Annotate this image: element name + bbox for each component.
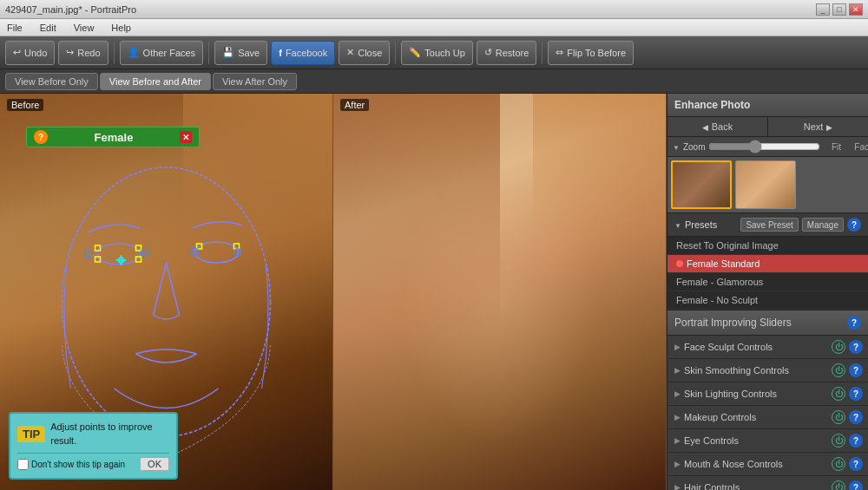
undo-label: Undo	[24, 48, 47, 58]
slider-skin-lighting[interactable]: Skin Lighting Controls ⏻ ?	[667, 382, 868, 406]
presets-actions: Save Preset Manage ?	[740, 218, 861, 232]
slider-arrow-face-sculpt	[674, 343, 681, 351]
help-skin-lighting[interactable]: ?	[849, 387, 863, 401]
facebook-label: Facebook	[286, 48, 327, 58]
before-photo: ? Female ✕	[0, 94, 332, 490]
slider-label-skin-smoothing: Skin Smoothing Controls	[684, 365, 832, 376]
undo-icon: ↩	[13, 47, 21, 58]
right-panel: Enhance Photo Back Next Zoom Fit Face 1:…	[667, 94, 868, 490]
preset-item-reset[interactable]: Reset To Original Image	[667, 237, 868, 255]
other-faces-button[interactable]: 👤 Other Faces	[120, 41, 204, 65]
power-makeup[interactable]: ⏻	[832, 410, 845, 424]
redo-icon: ↪	[66, 47, 74, 58]
help-hair[interactable]: ?	[849, 480, 863, 490]
menu-help[interactable]: Help	[108, 23, 135, 33]
help-face-sculpt[interactable]: ?	[849, 340, 863, 354]
back-label: Back	[712, 121, 733, 132]
sliders-title: Portrait Improving Sliders	[674, 317, 792, 329]
main-content: Before ? Female ✕	[0, 94, 868, 490]
next-button[interactable]: Next	[768, 117, 868, 136]
toolbar-sep-1	[114, 42, 115, 64]
thumbnail-before[interactable]	[671, 160, 732, 209]
slider-hair[interactable]: Hair Controls ⏻ ?	[667, 476, 868, 490]
power-skin-smoothing[interactable]: ⏻	[832, 363, 845, 377]
power-skin-lighting[interactable]: ⏻	[832, 387, 845, 401]
view-before-only-button[interactable]: View Before Only	[5, 73, 98, 90]
image-area: Before ? Female ✕	[0, 94, 667, 490]
tip-ok-button[interactable]: OK	[140, 457, 169, 471]
enhance-photo-header: Enhance Photo	[667, 94, 868, 117]
touch-up-button[interactable]: ✏️ Touch Up	[401, 41, 472, 65]
help-eye[interactable]: ?	[849, 434, 863, 448]
tip-footer: Don't show this tip again OK	[17, 453, 169, 471]
menu-edit[interactable]: Edit	[36, 23, 60, 33]
close-image-button[interactable]: ✕ Close	[339, 41, 390, 65]
restore-label: Restore	[496, 48, 529, 58]
after-photo	[333, 94, 666, 490]
zoom-face-label[interactable]: Face	[852, 142, 868, 152]
zoom-fit-label[interactable]: Fit	[824, 142, 848, 152]
slider-label-skin-lighting: Skin Lighting Controls	[684, 389, 832, 399]
next-icon	[826, 121, 832, 132]
menu-file[interactable]: File	[3, 23, 26, 33]
back-button[interactable]: Back	[667, 117, 767, 136]
facebook-icon: f	[279, 48, 282, 58]
help-skin-smoothing[interactable]: ?	[849, 363, 863, 377]
thumbnail-after[interactable]	[735, 160, 796, 209]
flip-button[interactable]: ⇔ Flip To Before	[548, 41, 634, 65]
power-face-sculpt[interactable]: ⏻	[832, 340, 845, 354]
preset-item-female-standard[interactable]: Female Standard	[667, 255, 868, 273]
manage-button[interactable]: Manage	[802, 218, 844, 232]
power-hair[interactable]: ⏻	[832, 480, 845, 490]
slider-arrow-hair	[674, 483, 681, 490]
slider-mouth-nose[interactable]: Mouth & Nose Controls ⏻ ?	[667, 453, 868, 476]
menu-view[interactable]: View	[70, 23, 98, 33]
tip-checkbox-label[interactable]: Don't show this tip again	[17, 459, 125, 470]
slider-makeup[interactable]: Makeup Controls ⏻ ?	[667, 406, 868, 429]
window-controls: _ □ ✕	[816, 3, 863, 16]
power-eye[interactable]: ⏻	[832, 434, 845, 448]
tip-badge: TIP	[17, 426, 45, 442]
back-icon	[702, 121, 708, 132]
facebook-button[interactable]: f Facebook	[271, 41, 335, 65]
slider-icons-hair: ⏻ ?	[832, 480, 863, 490]
close-button[interactable]: ✕	[849, 3, 863, 16]
view-after-only-button[interactable]: View After Only	[213, 73, 297, 90]
power-mouth-nose[interactable]: ⏻	[832, 457, 845, 471]
gender-close-button[interactable]: ✕	[180, 131, 192, 143]
minimize-button[interactable]: _	[816, 3, 830, 16]
slider-face-sculpt[interactable]: Face Sculpt Controls ⏻ ?	[667, 336, 868, 359]
presets-header: Presets Save Preset Manage ?	[667, 213, 868, 237]
slider-skin-smoothing[interactable]: Skin Smoothing Controls ⏻ ?	[667, 359, 868, 382]
slider-label-hair: Hair Controls	[684, 482, 832, 490]
restore-button[interactable]: ↺ Restore	[477, 41, 537, 65]
view-before-after-button[interactable]: View Before and After	[100, 73, 211, 90]
preset-glamorous-label: Female - Glamorous	[676, 277, 763, 287]
slider-icons-eye: ⏻ ?	[832, 434, 863, 448]
presets-help-button[interactable]: ?	[847, 218, 861, 232]
slider-arrow-mouth-nose	[674, 460, 681, 468]
slider-arrow-skin-smoothing	[674, 366, 681, 375]
zoom-slider[interactable]	[708, 140, 820, 153]
save-preset-button[interactable]: Save Preset	[740, 218, 798, 232]
redo-button[interactable]: ↪ Redo	[58, 41, 108, 65]
slider-label-face-sculpt: Face Sculpt Controls	[684, 342, 832, 352]
save-button[interactable]: 💾 Save	[214, 41, 267, 65]
help-makeup[interactable]: ?	[849, 410, 863, 424]
touch-up-label: Touch Up	[424, 48, 464, 58]
slider-icons-skin-lighting: ⏻ ?	[832, 387, 863, 401]
preset-item-no-sculpt[interactable]: Female - No Sculpt	[667, 291, 868, 310]
maximize-button[interactable]: □	[832, 3, 846, 16]
toolbar-sep-3	[395, 42, 396, 64]
preset-item-glamorous[interactable]: Female - Glamorous	[667, 273, 868, 291]
flip-icon: ⇔	[556, 47, 563, 58]
undo-button[interactable]: ↩ Undo	[5, 41, 55, 65]
slider-label-makeup: Makeup Controls	[684, 412, 832, 422]
tip-checkbox-input[interactable]	[17, 459, 29, 470]
slider-eye[interactable]: Eye Controls ⏻ ?	[667, 429, 868, 453]
zoom-row: Zoom Fit Face 1:1.1	[667, 137, 868, 157]
presets-title-text: Presets	[685, 219, 717, 230]
slider-arrow-eye	[674, 436, 681, 445]
sliders-help-button[interactable]: ?	[847, 316, 861, 330]
help-mouth-nose[interactable]: ?	[849, 457, 863, 471]
